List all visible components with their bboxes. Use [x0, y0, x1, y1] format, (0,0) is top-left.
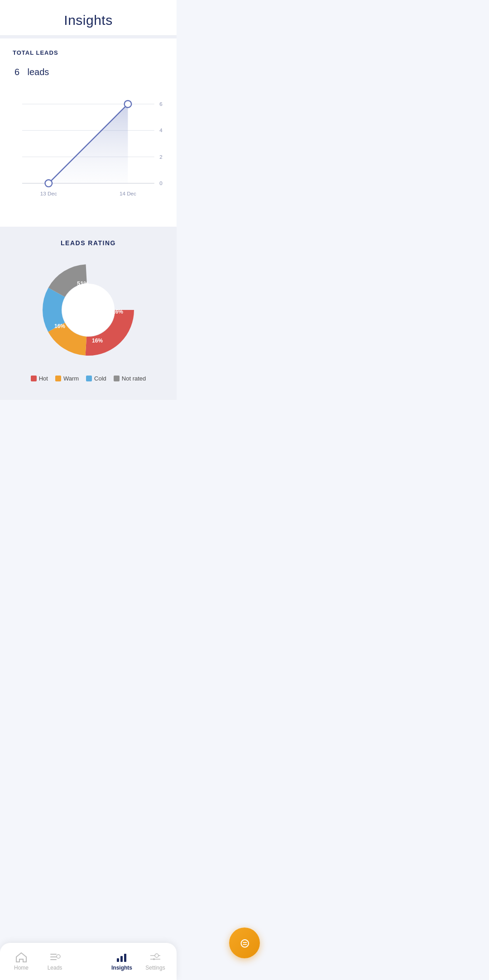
line-chart: 6 4 2 0 13 Dec 14 Dec [5, 89, 168, 216]
donut-center [62, 284, 115, 336]
chart-point-2 [125, 100, 132, 108]
not-rated-percent-label: 16% [54, 323, 65, 329]
leads-rating-section: LEADS RATING [0, 227, 177, 400]
line-chart-container: 6 4 2 0 13 Dec 14 Dec [0, 85, 177, 227]
warm-percent-label: 16% [112, 309, 123, 315]
header: Insights [0, 0, 177, 36]
legend-hot-dot [31, 376, 37, 381]
legend-cold: Cold [86, 375, 106, 382]
total-leads-section: TOTAL LEADS 6 leads [0, 38, 177, 85]
cold-percent-label: 16% [92, 338, 103, 344]
legend-not-rated: Not rated [114, 375, 146, 382]
total-leads-unit: leads [27, 67, 49, 77]
svg-text:6: 6 [159, 101, 162, 107]
hot-percent-label: 51% [77, 280, 89, 287]
leads-rating-title: LEADS RATING [9, 239, 168, 247]
total-leads-count: 6 leads [13, 56, 164, 80]
total-leads-number: 6 [14, 67, 19, 77]
legend-not-rated-dot [114, 376, 120, 381]
legend-not-rated-label: Not rated [122, 375, 146, 382]
legend-hot: Hot [31, 375, 48, 382]
legend: Hot Warm Cold Not rated [9, 375, 168, 382]
legend-warm-dot [55, 376, 61, 381]
legend-cold-label: Cold [94, 375, 106, 382]
x-label-2: 14 Dec [120, 190, 136, 196]
svg-text:2: 2 [159, 153, 162, 159]
legend-hot-label: Hot [39, 375, 48, 382]
svg-text:4: 4 [159, 127, 163, 133]
total-leads-label: TOTAL LEADS [13, 49, 164, 56]
chart-point-1 [45, 180, 53, 187]
legend-cold-dot [86, 376, 92, 381]
x-label-1: 13 Dec [40, 190, 57, 196]
page-title: Insights [0, 13, 177, 28]
donut-chart-wrapper: 51% 16% 16% 16% [9, 256, 168, 364]
svg-text:0: 0 [159, 180, 163, 186]
donut-chart: 51% 16% 16% 16% [34, 256, 143, 364]
legend-warm: Warm [55, 375, 79, 382]
bottom-spacer [0, 400, 177, 445]
legend-warm-label: Warm [63, 375, 79, 382]
